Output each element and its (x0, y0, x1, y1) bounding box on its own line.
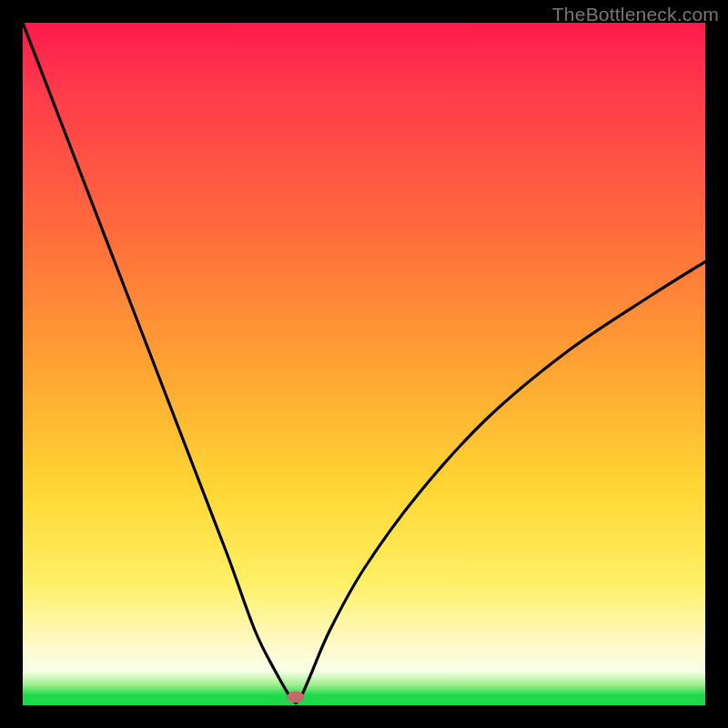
chart-frame: TheBottleneck.com (0, 0, 728, 728)
bottleneck-curve-path (23, 23, 705, 703)
minimum-marker (288, 692, 305, 703)
watermark-text: TheBottleneck.com (552, 4, 719, 25)
plot-area (23, 23, 705, 705)
curve-layer (23, 23, 705, 705)
